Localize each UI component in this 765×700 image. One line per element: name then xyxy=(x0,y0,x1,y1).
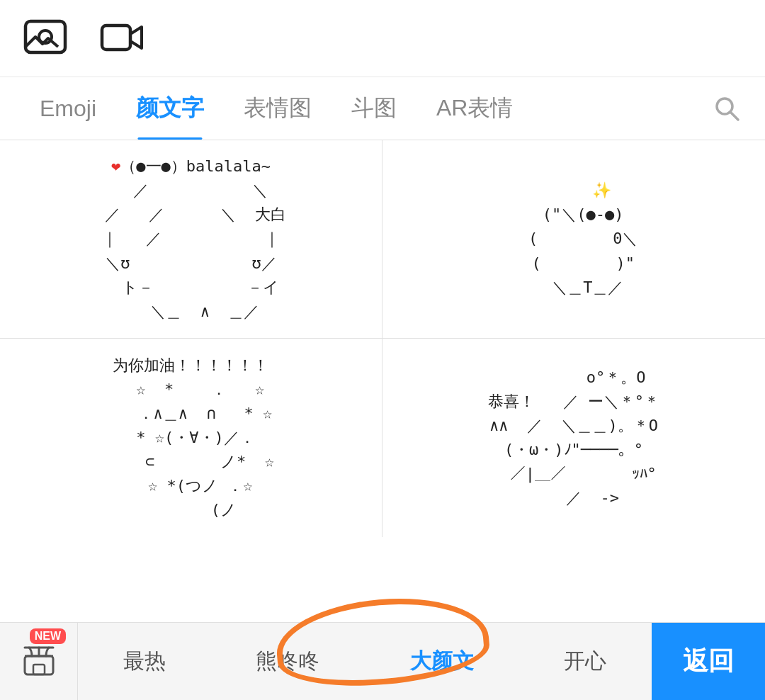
tab-navigation: Emoji 颜文字 表情图 斗图 AR表情 xyxy=(0,77,765,140)
emoji-content-area: ❤（●一●）balalala~ ／ ＼ ／ ／ ＼ 大白 ｜ ／ ｜ ＼ʊ ʊ／… xyxy=(0,140,765,623)
emoji-text-sparkle-bear: ✨ ("＼(●-●) ( 0＼ ( )" ＼＿T＿／ xyxy=(510,179,638,299)
emoji-cell-sparkle-bear[interactable]: ✨ ("＼(●-●) ( 0＼ ( )" ＼＿T＿／ xyxy=(382,140,765,339)
tab-meme[interactable]: 斗图 xyxy=(332,77,416,140)
emoji-grid: ❤（●一●）balalala~ ／ ＼ ／ ／ ＼ 大白 ｜ ／ ｜ ＼ʊ ʊ／… xyxy=(0,140,765,537)
emoji-text-congrats: o°＊。O 恭喜！ ／ ー＼＊°＊ ∧∧ ／ ＼＿＿)。＊O (・ω・)ﾉ"──… xyxy=(488,366,659,511)
shop-button[interactable]: NEW xyxy=(0,623,78,700)
new-badge: NEW xyxy=(30,628,66,644)
shop-icon xyxy=(22,643,56,680)
svg-rect-2 xyxy=(102,26,130,50)
image-emoji-icon[interactable] xyxy=(20,13,71,64)
bottom-tabs: 最热 熊咚咚 大颜文 开心 xyxy=(78,623,652,700)
emoji-cell-cheering[interactable]: 为你加油！！！！！！ ☆ * ． ☆ ．∧＿∧ ∩ * ☆ * ☆(・∀・)／．… xyxy=(0,339,382,537)
return-button[interactable]: 返回 xyxy=(652,623,765,700)
emoji-text-cheering: 为你加油！！！！！！ ☆ * ． ☆ ．∧＿∧ ∩ * ☆ * ☆(・∀・)／．… xyxy=(108,354,274,523)
svg-line-4 xyxy=(730,112,738,120)
bottom-tab-happy[interactable]: 开心 xyxy=(557,647,613,676)
top-icon-bar xyxy=(0,0,765,77)
emoji-cell-congrats[interactable]: o°＊。O 恭喜！ ／ ー＼＊°＊ ∧∧ ／ ＼＿＿)。＊O (・ω・)ﾉ"──… xyxy=(382,339,765,537)
tab-sticker[interactable]: 表情图 xyxy=(224,77,332,140)
video-camera-icon[interactable] xyxy=(96,13,147,64)
bottom-tab-dayanwen[interactable]: 大颜文 xyxy=(403,647,481,676)
svg-rect-0 xyxy=(26,21,65,52)
svg-rect-6 xyxy=(33,665,45,674)
search-icon[interactable] xyxy=(708,90,745,127)
emoji-cell-balalala[interactable]: ❤（●一●）balalala~ ／ ＼ ／ ／ ＼ 大白 ｜ ／ ｜ ＼ʊ ʊ／… xyxy=(0,140,382,339)
tab-kaomoji[interactable]: 颜文字 xyxy=(116,77,224,140)
tab-emoji[interactable]: Emoji xyxy=(20,80,116,137)
tab-ar[interactable]: AR表情 xyxy=(416,77,533,140)
emoji-text-balalala: ❤（●一●）balalala~ ／ ＼ ／ ／ ＼ 大白 ｜ ／ ｜ ＼ʊ ʊ／… xyxy=(96,154,286,324)
bottom-tab-xiong[interactable]: 熊咚咚 xyxy=(249,647,327,676)
bottom-bar: NEW 最热 熊咚咚 大颜文 开心 返回 xyxy=(0,622,765,700)
bottom-tab-hot[interactable]: 最热 xyxy=(116,647,173,676)
